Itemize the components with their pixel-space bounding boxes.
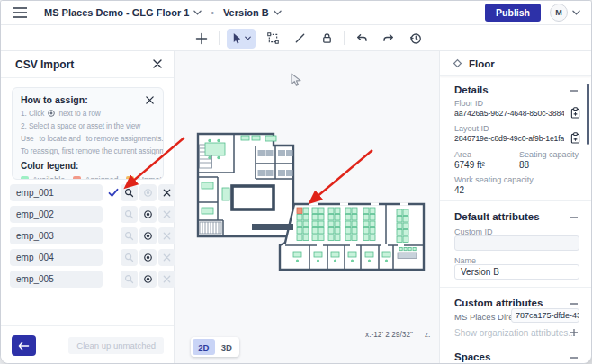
app-window: MS Places Demo - GLG Floor 1 • Version B… xyxy=(0,0,592,364)
locate-button[interactable] xyxy=(121,206,138,223)
chevron-down-icon[interactable] xyxy=(572,10,580,15)
remove-icon xyxy=(162,209,172,219)
chevron-down-icon[interactable] xyxy=(193,10,202,15)
close-csv-panel-button[interactable] xyxy=(152,58,163,69)
collapse-default-attributes-button[interactable] xyxy=(568,211,580,224)
row-name-field[interactable]: emp_005 xyxy=(10,271,103,288)
csv-import-panel: CSV Import How to assign: 1. Click next … xyxy=(1,51,175,363)
desk xyxy=(370,208,375,214)
cursor-select-icon xyxy=(231,32,243,44)
assigned-color-chip xyxy=(73,176,81,181)
view-3d-button[interactable]: 3D xyxy=(216,339,238,355)
spaces-section-title: Spaces xyxy=(454,351,490,362)
how-to-assign-title: How to assign: xyxy=(21,94,155,105)
copy-floor-id-button[interactable] xyxy=(570,106,581,120)
chevron-down-icon[interactable] xyxy=(274,10,282,15)
select-tool-button[interactable] xyxy=(227,29,256,49)
hamburger-icon xyxy=(13,7,27,18)
toolbar-divider xyxy=(219,31,220,45)
search-icon xyxy=(124,188,134,198)
remove-assignment-button[interactable] xyxy=(158,206,175,223)
work-seating-label: Work seating capacity xyxy=(454,175,534,184)
arrow-left-icon xyxy=(18,342,30,351)
publish-button[interactable]: Publish xyxy=(485,4,541,22)
howto-use-line: Use to locate and to remove assignments. xyxy=(21,134,155,143)
collapse-spaces-button[interactable] xyxy=(568,351,580,363)
desk xyxy=(370,228,375,235)
locate-button[interactable] xyxy=(121,227,138,244)
title-separator: • xyxy=(211,8,214,18)
remove-assignment-button[interactable] xyxy=(158,184,175,201)
scrollbar-thumb[interactable] xyxy=(587,84,589,145)
desk xyxy=(397,217,402,223)
directory-id-value[interactable]: 787ca175-dfde-43 xyxy=(511,308,579,323)
floor-title[interactable]: MS Places Demo - GLG Floor 1 xyxy=(44,7,189,18)
desk xyxy=(363,215,369,221)
desk xyxy=(303,208,309,214)
row-name-field[interactable]: emp_001 xyxy=(10,184,103,201)
add-button[interactable] xyxy=(192,29,211,49)
locate-button[interactable] xyxy=(121,271,138,288)
desk xyxy=(335,235,340,241)
search-icon xyxy=(124,274,134,284)
avatar[interactable]: M xyxy=(550,4,568,22)
desk xyxy=(352,235,357,241)
desk xyxy=(370,221,375,227)
desk xyxy=(303,221,309,227)
view-2d-button[interactable]: 2D xyxy=(193,339,215,355)
close-how-to-card-button[interactable] xyxy=(145,95,155,105)
desk xyxy=(312,221,318,227)
seating-capacity-value: 88 xyxy=(519,160,529,170)
desk xyxy=(328,235,334,241)
remove-assignment-button[interactable] xyxy=(158,271,175,288)
locate-button[interactable] xyxy=(121,184,138,201)
assign-target-button[interactable] xyxy=(139,227,157,244)
locate-button[interactable] xyxy=(121,249,138,266)
close-icon xyxy=(145,95,155,105)
remove-assignment-button[interactable] xyxy=(158,227,175,244)
desk xyxy=(318,235,324,241)
layout-id-value: 2846719e-c8d9-49c0-af9b-1e1fa5a7a... xyxy=(454,134,564,143)
back-button[interactable] xyxy=(12,335,36,356)
legend-item: Available xyxy=(21,175,65,180)
assign-target-button[interactable] xyxy=(139,249,157,266)
history-clock-icon xyxy=(409,32,422,45)
desk xyxy=(363,235,369,241)
search-icon xyxy=(124,253,134,262)
line-tool-button[interactable] xyxy=(290,29,309,49)
desk xyxy=(303,228,309,235)
show-organization-attributes-link[interactable]: Show organization attributes... xyxy=(454,328,576,338)
copy-layout-id-button[interactable] xyxy=(570,131,581,145)
floor-panel-title: Floor xyxy=(469,58,495,69)
version-selector[interactable]: Version B xyxy=(223,7,269,18)
hamburger-menu-button[interactable] xyxy=(10,3,30,22)
unmatched-color-chip xyxy=(126,176,134,181)
plus-icon xyxy=(195,32,208,45)
assign-target-button[interactable] xyxy=(139,271,157,288)
floor-panel-header: Floor xyxy=(440,51,591,76)
custom-id-input[interactable] xyxy=(454,235,579,251)
desk xyxy=(352,228,357,235)
marquee-tool-button[interactable] xyxy=(263,29,283,49)
row-name-field[interactable]: emp_002 xyxy=(10,206,103,223)
assign-target-button[interactable] xyxy=(139,184,157,201)
desk xyxy=(328,228,334,235)
row-name-field[interactable]: emp_004 xyxy=(10,249,103,266)
redo-button[interactable] xyxy=(379,29,399,49)
remove-assignment-button[interactable] xyxy=(158,249,175,266)
name-input[interactable]: Version B xyxy=(454,264,579,280)
desk xyxy=(352,221,357,227)
desk xyxy=(345,215,351,221)
check-icon xyxy=(108,188,119,198)
cleanup-unmatched-button[interactable]: Clean up unmatched xyxy=(68,337,164,354)
assign-target-button[interactable] xyxy=(139,206,157,223)
row-name-field[interactable]: emp_003 xyxy=(10,227,103,244)
undo-button[interactable] xyxy=(352,29,372,49)
work-seating-value: 42 xyxy=(454,185,464,195)
desk xyxy=(345,235,351,241)
floorplan-canvas[interactable]: 2D 3D x:-12' 2 29/32"z: xyxy=(175,51,439,363)
add-attribute-button[interactable] xyxy=(568,326,580,339)
history-button[interactable] xyxy=(406,29,426,49)
lock-tool-button[interactable] xyxy=(317,29,336,49)
collapse-details-button[interactable] xyxy=(568,84,580,97)
